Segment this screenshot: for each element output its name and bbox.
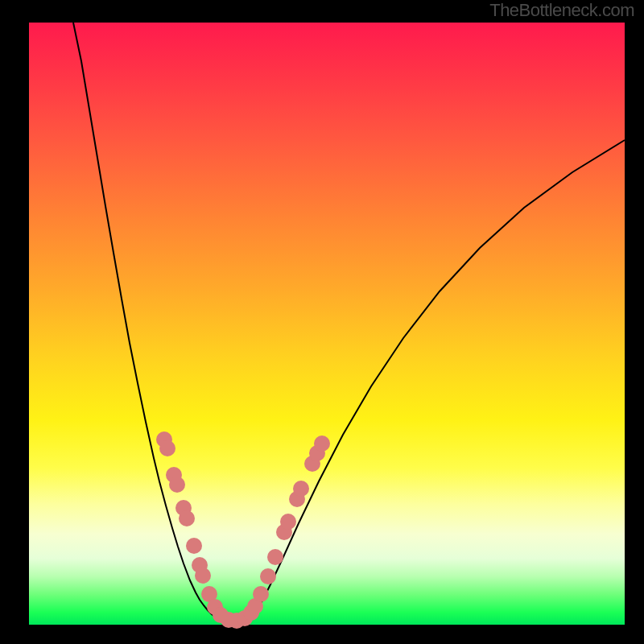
plot-area: [29, 23, 625, 625]
chart-stage: TheBottleneck.com: [0, 0, 644, 644]
watermark-text: TheBottleneck.com: [489, 0, 634, 21]
